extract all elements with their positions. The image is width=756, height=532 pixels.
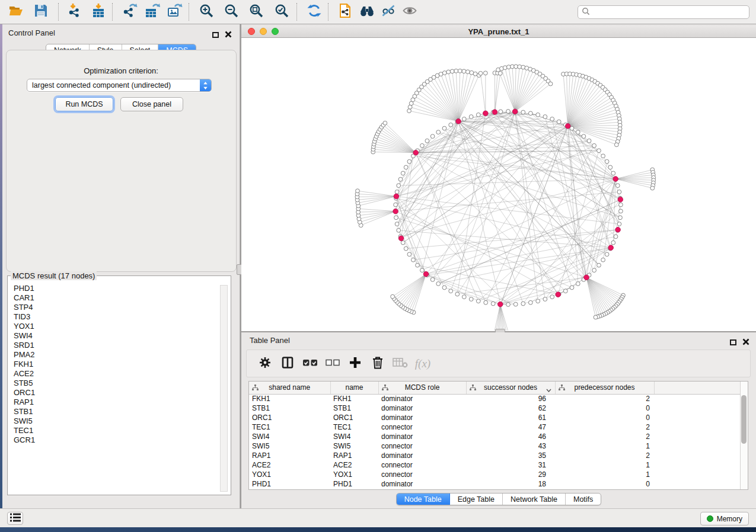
show-details-button[interactable] <box>401 3 419 21</box>
mcds-hub-node[interactable] <box>413 150 419 155</box>
network-node[interactable] <box>618 216 623 220</box>
network-node[interactable] <box>395 222 399 226</box>
network-node[interactable] <box>476 113 480 117</box>
mcds-hub-node[interactable] <box>483 111 489 116</box>
network-node[interactable] <box>506 303 511 307</box>
network-node[interactable] <box>462 69 466 73</box>
show-columns-button[interactable] <box>277 355 298 373</box>
network-node[interactable] <box>605 252 609 257</box>
zoom-out-button[interactable] <box>222 3 240 21</box>
network-node[interactable] <box>601 258 605 262</box>
network-node[interactable] <box>597 149 601 153</box>
network-node[interactable] <box>491 302 495 306</box>
column-header-MCDS-role[interactable]: MCDS role <box>378 382 466 394</box>
mcds-hub-node[interactable] <box>584 275 589 280</box>
column-header-successor-nodes[interactable]: successor nodes <box>466 382 555 394</box>
mcds-result-item[interactable]: TEC1 <box>14 426 228 435</box>
network-node[interactable] <box>469 297 473 302</box>
mcds-result-item[interactable]: PHD1 <box>14 284 228 293</box>
zoom-fit-button[interactable] <box>247 3 265 21</box>
zoom-in-button[interactable] <box>197 3 215 21</box>
network-node[interactable] <box>449 123 453 127</box>
network-node[interactable] <box>449 289 453 293</box>
network-node[interactable] <box>611 241 615 245</box>
network-node[interactable] <box>383 121 387 125</box>
network-node[interactable] <box>462 295 466 299</box>
table-row-ACE2[interactable]: ACE2ACE2connector311 <box>249 460 741 470</box>
network-node[interactable] <box>615 184 620 188</box>
column-header-name[interactable]: name <box>330 382 378 394</box>
mcds-result-item[interactable]: GCR1 <box>14 435 228 445</box>
mcds-hub-node[interactable] <box>394 194 399 199</box>
tab-node-table[interactable]: Node Table <box>397 493 450 505</box>
network-node[interactable] <box>416 263 420 267</box>
network-node[interactable] <box>608 165 613 169</box>
network-node[interactable] <box>617 222 621 226</box>
zoom-selected-button[interactable] <box>273 3 291 21</box>
optimization-criterion-select[interactable]: largest connected component (undirected) <box>27 79 212 92</box>
run-mcds-button[interactable]: Run MCDS <box>55 97 113 111</box>
table-row-ORC1[interactable]: ORC1ORC1dominator610 <box>249 413 741 422</box>
export-to-web-button[interactable] <box>337 3 355 21</box>
table-row-FKH1[interactable]: FKH1FKH1dominator962 <box>249 394 741 403</box>
tab-edge-table[interactable]: Edge Table <box>450 493 503 505</box>
mcds-result-item[interactable]: ORC1 <box>14 388 228 398</box>
export-network-button[interactable] <box>121 3 139 21</box>
network-node[interactable] <box>650 186 655 190</box>
global-search-field[interactable] <box>578 5 749 19</box>
network-node[interactable] <box>462 117 466 121</box>
network-node[interactable] <box>592 268 596 273</box>
network-node[interactable] <box>412 258 416 262</box>
network-node[interactable] <box>397 228 401 232</box>
network-node[interactable] <box>401 171 405 175</box>
mcds-result-item[interactable]: FKH1 <box>14 360 228 369</box>
tab-motifs[interactable]: Motifs <box>566 493 601 505</box>
network-node[interactable] <box>543 115 547 119</box>
column-header-shared-name[interactable]: shared name <box>249 382 330 394</box>
mcds-result-item[interactable]: STB5 <box>14 379 228 388</box>
network-node[interactable] <box>521 110 525 114</box>
search-network-button[interactable] <box>358 3 376 21</box>
mcds-list-scrollbar[interactable] <box>220 285 228 492</box>
table-settings-button[interactable] <box>255 355 275 373</box>
network-node[interactable] <box>430 134 435 139</box>
table-row-SWI4[interactable]: SWI4SWI4dominator462 <box>249 432 741 441</box>
network-node[interactable] <box>458 69 462 73</box>
network-node[interactable] <box>356 189 360 193</box>
network-node[interactable] <box>476 299 480 303</box>
network-node[interactable] <box>469 115 473 119</box>
import-network-button[interactable] <box>66 3 84 21</box>
mcds-result-item[interactable]: RAP1 <box>14 398 228 407</box>
mcds-hub-node[interactable] <box>615 227 621 232</box>
mcds-hub-node[interactable] <box>492 110 497 115</box>
network-node[interactable] <box>407 109 412 113</box>
network-node[interactable] <box>513 302 518 306</box>
network-node[interactable] <box>407 159 412 164</box>
add-row-button[interactable] <box>345 355 365 373</box>
mcds-result-item[interactable]: STP4 <box>14 303 228 312</box>
mcds-hub-node[interactable] <box>497 302 503 307</box>
network-node[interactable] <box>536 299 540 303</box>
float-window-icon[interactable] <box>730 339 736 345</box>
table-row-TEC1[interactable]: TEC1TEC1connector472 <box>249 422 741 432</box>
network-node[interactable] <box>597 263 601 267</box>
table-scrollbar-thumb[interactable] <box>741 395 747 444</box>
network-node[interactable] <box>503 66 507 70</box>
network-node[interactable] <box>407 252 412 257</box>
window-list-button[interactable] <box>7 512 23 525</box>
mcds-hub-node[interactable] <box>456 118 461 124</box>
float-window-icon[interactable] <box>212 32 219 38</box>
network-node[interactable] <box>430 278 435 282</box>
close-panel-button[interactable]: Close panel <box>120 97 183 111</box>
mcds-result-item[interactable]: TID3 <box>14 312 228 322</box>
close-panel-icon[interactable] <box>742 337 749 348</box>
clear-table-button-disabled[interactable] <box>390 355 410 373</box>
table-row-RAP1[interactable]: RAP1RAP1dominator352 <box>249 451 741 460</box>
mcds-result-item[interactable]: YOX1 <box>14 322 228 331</box>
mcds-result-item[interactable]: PMA2 <box>14 350 228 360</box>
hide-details-button[interactable] <box>379 3 397 21</box>
network-node[interactable] <box>479 71 483 75</box>
network-node[interactable] <box>466 70 470 74</box>
network-node[interactable] <box>483 71 487 75</box>
import-table-button[interactable] <box>90 3 107 21</box>
